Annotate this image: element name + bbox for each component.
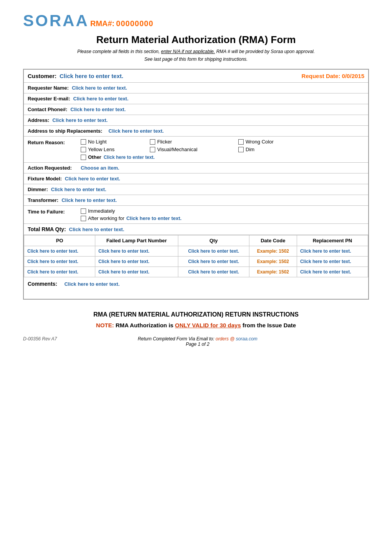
checkbox-wrong-color[interactable]: Wrong Color [238,139,315,145]
total-rma-input[interactable]: Click here to enter text. [69,227,125,232]
qty-cell-2[interactable]: Click here to enter text. [178,267,249,277]
time-after-option[interactable]: After working for Click here to enter te… [81,215,181,221]
ship-address-label: Address to ship Replacements: [28,128,102,134]
checkbox-dim[interactable]: Dim [238,147,315,152]
email-domain: soraa.com [236,336,257,342]
flicker-label: Flicker [157,139,172,145]
replacement-cell-1[interactable]: Click here to enter text. [297,257,368,267]
subtitle-1: Please complete all fields in this secti… [23,49,369,54]
requester-name-row: Requester Name: Click here to enter text… [24,83,368,93]
checkbox-other-box[interactable] [81,155,86,160]
bottom-section: RMA (RETURN MATERIAL AUTHORIZATION) RETU… [23,311,369,347]
replacement-cell-0[interactable]: Click here to enter text. [297,246,368,257]
col-part-number: Failed Lamp Part Number [95,235,178,246]
qty-cell-0[interactable]: Click here to enter text. [178,246,249,257]
col-po: PO [24,235,95,246]
action-requested-row: Action Requested: Choose an item. [24,163,368,173]
parts-table: PO Failed Lamp Part Number Qty Date Code… [24,235,368,277]
action-requested-dropdown[interactable]: Choose an item. [81,165,119,171]
soraa-logo-text: SORAA [23,12,89,30]
ship-address-input[interactable]: Click here to enter text. [108,128,164,134]
part-cell-0[interactable]: Click here to enter text. [95,246,178,257]
checkbox-yellow-lens[interactable]: Yellow Lens [81,147,150,152]
comments-input[interactable]: Click here to enter text. [64,281,120,287]
col-date-code: Date Code [249,235,297,246]
date-code-cell-2[interactable]: Example: 1502 [249,267,297,277]
transformer-row: Transformer: Click here to enter text. [24,195,368,206]
time-immediately-checkbox[interactable] [81,208,86,214]
transformer-label: Transformer: [28,197,58,203]
time-immediately-label: Immediately [88,208,115,214]
customer-row: Customer: Click here to enter text. Requ… [24,70,368,83]
po-cell-2[interactable]: Click here to enter text. [24,267,95,277]
dimmer-input[interactable]: Click here to enter text. [51,187,106,192]
qty-cell-1[interactable]: Click here to enter text. [178,257,249,267]
wrong-color-label: Wrong Color [246,139,274,145]
fixture-model-input[interactable]: Click here to enter text. [65,176,120,182]
table-row: Click here to enter text.Click here to e… [24,246,368,257]
checkbox-flicker[interactable]: Flicker [150,139,238,145]
time-immediately-option[interactable]: Immediately [81,208,181,214]
visual-mech-label: Visual/Mechanical [157,147,198,152]
checkbox-visual-mech-box[interactable] [150,147,155,152]
total-rma-label: Total RMA Qty: [28,226,66,232]
part-cell-1[interactable]: Click here to enter text. [95,257,178,267]
address-row: Address: Click here to enter text. [24,115,368,126]
checkbox-other[interactable]: Other Click here to enter text. [81,154,315,160]
requester-name-input[interactable]: Click here to enter text. [72,85,127,91]
comments-label: Comments: [28,281,57,287]
page-label: Page 1 of 2 [138,342,257,347]
return-via-line: Return Completed Form Via Email to: orde… [138,336,257,342]
email-user: orders [216,336,229,342]
po-cell-1[interactable]: Click here to enter text. [24,257,95,267]
time-options-group: Immediately After working for Click here… [81,208,181,221]
footer-center: Return Completed Form Via Email to: orde… [138,336,257,347]
yellow-lens-label: Yellow Lens [88,147,115,152]
subtitle-2: See last page of this form for shipping … [23,57,369,62]
table-row: Click here to enter text.Click here to e… [24,257,368,267]
other-label: Other [88,154,101,160]
return-reason-checkboxes: No Light Flicker Wrong Color Yellow Lens [81,139,315,160]
fixture-model-row: Fixture Model: Click here to enter text. [24,173,368,184]
request-date-value[interactable]: 0/0/2015 [342,73,364,79]
transformer-input[interactable]: Click here to enter text. [61,197,117,203]
col-replacement-pn: Replacement PN [297,235,368,246]
other-text-input[interactable]: Click here to enter text. [104,155,155,160]
note-suffix-text: from the Issue Date [243,322,296,328]
note-main-text: RMA Authorization is [116,322,175,328]
email-at: @ [230,336,234,342]
replacement-cell-2[interactable]: Click here to enter text. [297,267,368,277]
time-after-prefix-label: After working for [88,215,125,221]
date-code-cell-1[interactable]: Example: 1502 [249,257,297,267]
part-cell-2[interactable]: Click here to enter text. [95,267,178,277]
requester-email-input[interactable]: Click here to enter text. [73,96,129,102]
checkbox-flicker-box[interactable] [150,139,155,145]
doc-number: D-00356 Rev A7 [23,336,57,342]
return-reason-row: Return Reason: No Light Flicker Wrong Co… [24,137,368,163]
address-label: Address: [28,117,49,123]
checkbox-yellow-lens-box[interactable] [81,147,86,152]
contact-phone-input[interactable]: Click here to enter text. [70,107,126,112]
checkbox-no-light[interactable]: No Light [81,139,150,145]
contact-phone-label: Contact Phone#: [28,107,67,112]
checkbox-no-light-box[interactable] [81,139,86,145]
action-requested-label: Action Requested: [28,165,78,171]
checkbox-wrong-color-box[interactable] [238,139,244,145]
request-date-group: Request Date: 0/0/2015 [302,73,364,79]
date-code-cell-0[interactable]: Example: 1502 [249,246,297,257]
return-reason-label: Return Reason: [28,139,78,145]
customer-input[interactable]: Click here to enter text. [60,73,123,79]
contact-phone-row: Contact Phone#: Click here to enter text… [24,104,368,115]
page-title: Return Material Authorization (RMA) Form [23,34,369,46]
total-rma-row: Total RMA Qty: Click here to enter text. [24,224,368,235]
po-cell-0[interactable]: Click here to enter text. [24,246,95,257]
checkbox-dim-box[interactable] [238,147,244,152]
time-after-input[interactable]: Click here to enter text. [126,215,182,221]
note-underline-text: ONLY VALID for 30 days [175,322,241,328]
footer-row: D-00356 Rev A7 Return Completed Form Via… [23,336,369,347]
time-after-checkbox[interactable] [81,216,86,221]
note-line: NOTE: RMA Authorization is ONLY VALID fo… [23,322,369,328]
checkbox-visual-mech[interactable]: Visual/Mechanical [150,147,238,152]
parts-table-container: PO Failed Lamp Part Number Qty Date Code… [24,235,368,277]
address-input[interactable]: Click here to enter text. [52,117,108,123]
